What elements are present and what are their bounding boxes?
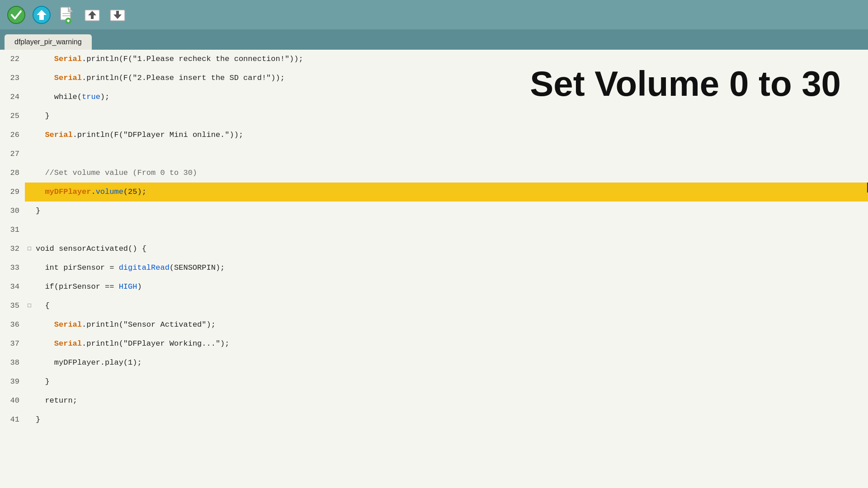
verify-button[interactable] (5, 4, 27, 26)
code-line-41: 41} (0, 410, 868, 429)
line-code-content[interactable]: myDFPlayer.volume(25); (34, 183, 866, 202)
code-line-31: 31 (0, 221, 868, 239)
fold-icon (25, 69, 34, 88)
line-number: 37 (0, 334, 25, 353)
line-number: 25 (0, 107, 25, 126)
line-code-content[interactable]: void sensorActivated() { (34, 239, 868, 258)
line-code-content[interactable]: { (34, 296, 868, 315)
fold-icon (25, 107, 34, 126)
line-code-content[interactable]: } (34, 372, 868, 391)
fold-icon: □ (25, 239, 34, 258)
tab-bar: dfplayer_pir_warning (0, 29, 868, 50)
line-code-content[interactable]: Serial.println(F("DFPlayer Mini online."… (34, 126, 868, 145)
line-number: 39 (0, 372, 25, 391)
fold-icon (25, 221, 34, 239)
fold-icon (25, 88, 34, 107)
code-line-28: 28 //Set volume value (From 0 to 30) (0, 164, 868, 183)
code-line-34: 34 if(pirSensor == HIGH) (0, 277, 868, 296)
upload-button[interactable] (31, 4, 52, 26)
line-number: 34 (0, 277, 25, 296)
code-line-38: 38 myDFPlayer.play(1); (0, 353, 868, 372)
code-line-24: 24 while(true); (0, 88, 868, 107)
line-number: 28 (0, 164, 25, 183)
fold-icon (25, 277, 34, 296)
line-code-content[interactable]: int pirSensor = digitalRead(SENSORPIN); (34, 258, 868, 277)
fold-icon (25, 315, 34, 334)
line-number: 31 (0, 221, 25, 239)
line-number: 27 (0, 145, 25, 164)
fold-icon (25, 410, 34, 429)
code-line-25: 25 } (0, 107, 868, 126)
tab-dfplayer[interactable]: dfplayer_pir_warning (5, 34, 92, 50)
fold-icon: □ (25, 296, 34, 315)
line-number: 33 (0, 258, 25, 277)
fold-icon (25, 391, 34, 410)
line-number: 35 (0, 296, 25, 315)
code-line-30: 30} (0, 202, 868, 221)
code-line-40: 40 return; (0, 391, 868, 410)
line-code-content[interactable]: } (34, 410, 868, 429)
line-code-content[interactable]: Serial.println("DFPlayer Working..."); (34, 334, 868, 353)
line-code-content[interactable]: while(true); (34, 88, 868, 107)
fold-icon (25, 183, 34, 202)
line-code-content[interactable]: Serial.println("Sensor Activated"); (34, 315, 868, 334)
toolbar (0, 0, 868, 29)
line-number: 38 (0, 353, 25, 372)
line-number: 36 (0, 315, 25, 334)
line-code-content[interactable]: //Set volume value (From 0 to 30) (34, 164, 868, 183)
code-line-33: 33 int pirSensor = digitalRead(SENSORPIN… (0, 258, 868, 277)
line-number: 22 (0, 50, 25, 69)
code-line-37: 37 Serial.println("DFPlayer Working...")… (0, 334, 868, 353)
line-code-content[interactable]: myDFPlayer.play(1); (34, 353, 868, 372)
line-code-content[interactable]: Serial.println(F("1.Please recheck the c… (34, 50, 868, 69)
editor: 22 Serial.println(F("1.Please recheck th… (0, 50, 868, 488)
code-line-26: 26 Serial.println(F("DFPlayer Mini onlin… (0, 126, 868, 145)
code-line-23: 23 Serial.println(F("2.Please insert the… (0, 69, 868, 88)
code-line-39: 39 } (0, 372, 868, 391)
fold-icon (25, 50, 34, 69)
fold-icon (25, 126, 34, 145)
line-number: 30 (0, 202, 25, 221)
line-number: 23 (0, 69, 25, 88)
line-code-content[interactable] (34, 145, 868, 164)
line-code-content[interactable] (34, 221, 868, 239)
svg-point-0 (8, 6, 25, 23)
line-number: 29 (0, 183, 25, 202)
line-code-content[interactable]: return; (34, 391, 868, 410)
fold-icon (25, 145, 34, 164)
line-number: 26 (0, 126, 25, 145)
fold-icon (25, 258, 34, 277)
fold-icon (25, 202, 34, 221)
line-code-content[interactable]: if(pirSensor == HIGH) (34, 277, 868, 296)
fold-icon (25, 164, 34, 183)
line-code-content[interactable]: } (34, 107, 868, 126)
line-code-content[interactable]: } (34, 202, 868, 221)
code-line-27: 27 (0, 145, 868, 164)
line-number: 40 (0, 391, 25, 410)
open-button[interactable] (81, 4, 103, 26)
fold-icon (25, 372, 34, 391)
line-code-content[interactable]: Serial.println(F("2.Please insert the SD… (34, 69, 868, 88)
fold-icon (25, 353, 34, 372)
save-button[interactable] (107, 4, 128, 26)
code-line-36: 36 Serial.println("Sensor Activated"); (0, 315, 868, 334)
line-number: 24 (0, 88, 25, 107)
new-button[interactable] (56, 4, 78, 26)
code-line-32: 32□void sensorActivated() { (0, 239, 868, 258)
code-line-29: 29 myDFPlayer.volume(25); (0, 183, 868, 202)
code-area: 22 Serial.println(F("1.Please recheck th… (0, 50, 868, 488)
code-line-35: 35□ { (0, 296, 868, 315)
line-number: 32 (0, 239, 25, 258)
code-line-22: 22 Serial.println(F("1.Please recheck th… (0, 50, 868, 69)
line-number: 41 (0, 410, 25, 429)
fold-icon (25, 334, 34, 353)
